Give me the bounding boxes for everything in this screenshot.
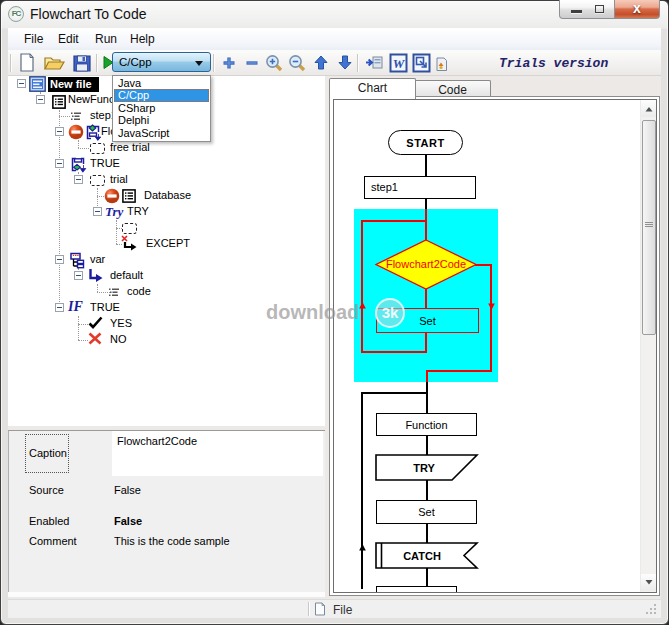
svg-text:TRY: TRY xyxy=(413,462,435,474)
svg-text:Flowchart2Code: Flowchart2Code xyxy=(386,258,466,270)
svg-text:W: W xyxy=(393,56,406,71)
svg-text:CATCH: CATCH xyxy=(403,550,441,562)
